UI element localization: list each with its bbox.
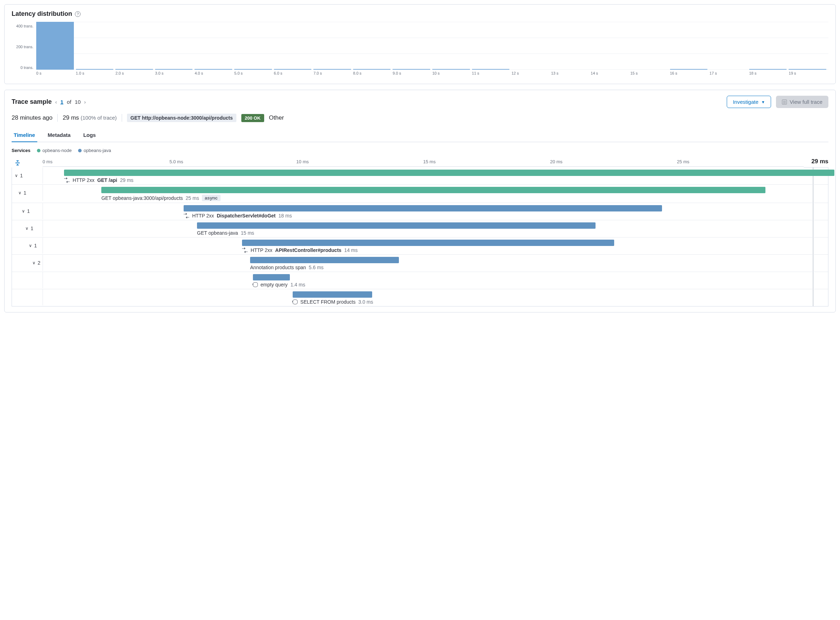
span-bar[interactable] xyxy=(242,239,614,246)
chart-bar[interactable] xyxy=(313,69,351,70)
span-gutter[interactable]: ∨1 xyxy=(12,185,43,201)
trace-pager: ‹ 1 of 10 › xyxy=(55,99,86,105)
legend-dot-icon xyxy=(78,149,82,152)
pager-current[interactable]: 1 xyxy=(60,99,63,105)
span-bar[interactable] xyxy=(64,170,834,176)
span-gutter[interactable]: ∨1 xyxy=(12,203,43,219)
span-bar[interactable] xyxy=(101,187,765,193)
span-track[interactable]: GET opbeans-java15 ms xyxy=(43,220,828,237)
chart-x-tick: 3.0 s xyxy=(155,71,195,78)
pager-sep: of xyxy=(67,99,71,105)
span-row[interactable]: ∨1HTTP 2xxAPIRestController#products14 m… xyxy=(12,238,828,255)
chart-bar[interactable] xyxy=(353,69,391,70)
chart-bar[interactable] xyxy=(789,69,826,70)
span-track[interactable]: HTTP 2xxAPIRestController#products14 ms xyxy=(43,238,828,254)
span-gutter[interactable] xyxy=(12,272,43,288)
investigate-button[interactable]: Investigate ▼ xyxy=(727,96,771,108)
span-row[interactable]: ∨1GET opbeans-java:3000/api/products25 m… xyxy=(12,185,828,203)
chevron-down-icon[interactable]: ∨ xyxy=(18,190,21,195)
chart-x-tick: 2.0 s xyxy=(116,71,155,78)
span-name: GET /api xyxy=(97,178,117,183)
span-bar[interactable] xyxy=(183,205,662,211)
chart-bar[interactable] xyxy=(155,69,193,70)
span-duration: 5.6 ms xyxy=(309,265,324,270)
span-track[interactable]: empty query1.4 ms xyxy=(43,272,828,289)
chevron-down-icon[interactable]: ∨ xyxy=(22,209,25,214)
span-track[interactable]: HTTP 2xxGET /api29 ms xyxy=(43,167,828,184)
span-track[interactable]: GET opbeans-java:3000/api/products25 msa… xyxy=(43,185,828,203)
timeline-ticks: 0 ms5.0 ms10 ms15 ms20 ms25 ms xyxy=(42,159,804,167)
chevron-down-icon[interactable]: ∨ xyxy=(32,260,36,265)
span-gutter[interactable]: ∨1 xyxy=(12,238,43,254)
span-bar[interactable] xyxy=(197,223,595,229)
span-name: GET opbeans-java:3000/api/products xyxy=(101,195,183,201)
span-track[interactable]: HTTP 2xxDispatcherServlet#doGet18 ms xyxy=(43,203,828,220)
span-row[interactable]: empty query1.4 ms xyxy=(12,272,828,289)
span-bar[interactable] xyxy=(250,257,399,263)
chart-plot: 0 s1.0 s2.0 s3.0 s4.0 s5.0 s6.0 s7.0 s8.… xyxy=(36,22,828,78)
chart-x-tick: 9.0 s xyxy=(392,71,432,78)
chart-x-tick: 7.0 s xyxy=(313,71,353,78)
chart-x-tick: 16 s xyxy=(670,71,710,78)
chart-bar[interactable] xyxy=(194,69,232,70)
span-row[interactable]: ∨1GET opbeans-java15 ms xyxy=(12,220,828,238)
chart-bars[interactable] xyxy=(36,22,828,70)
help-icon[interactable]: ? xyxy=(75,11,81,17)
span-row[interactable]: SELECT FROM products3.0 ms xyxy=(12,289,828,306)
latency-panel-title: Latency distribution ? xyxy=(12,10,828,18)
chart-bar[interactable] xyxy=(670,69,708,70)
span-track[interactable]: SELECT FROM products3.0 ms xyxy=(43,289,828,306)
trace-sample-title: Trace sample xyxy=(12,98,52,105)
span-child-count: 2 xyxy=(38,260,41,266)
tab-metadata[interactable]: Metadata xyxy=(46,128,73,142)
chart-x-axis: 0 s1.0 s2.0 s3.0 s4.0 s5.0 s6.0 s7.0 s8.… xyxy=(36,71,828,78)
timeline-tick: 15 ms xyxy=(423,159,550,164)
tab-logs[interactable]: Logs xyxy=(81,128,98,142)
timeline-tick: 20 ms xyxy=(550,159,677,164)
span-gutter[interactable]: ∨1 xyxy=(12,220,43,236)
chart-bar[interactable] xyxy=(36,22,74,70)
span-row[interactable]: ∨1HTTP 2xxDispatcherServlet#doGet18 ms xyxy=(12,203,828,220)
chart-bar[interactable] xyxy=(432,69,470,70)
span-gutter[interactable] xyxy=(12,289,43,305)
span-label: GET opbeans-java15 ms xyxy=(197,230,813,236)
chart-bar[interactable] xyxy=(749,69,787,70)
span-row[interactable]: ∨2Annotation products span5.6 ms xyxy=(12,255,828,272)
chevron-down-icon[interactable]: ∨ xyxy=(15,173,18,178)
chart-bar[interactable] xyxy=(274,69,312,70)
chart-x-tick: 11 s xyxy=(472,71,512,78)
chart-bar[interactable] xyxy=(234,69,272,70)
span-gutter[interactable]: ∨2 xyxy=(12,255,43,271)
request-response-icon xyxy=(64,178,70,182)
chart-x-tick: 19 s xyxy=(789,71,828,78)
span-child-count: 1 xyxy=(31,226,33,231)
span-child-count: 1 xyxy=(24,190,26,196)
pager-total: 10 xyxy=(75,99,81,105)
span-bar[interactable] xyxy=(293,291,373,298)
chart-bar[interactable] xyxy=(116,69,153,70)
chart-bar[interactable] xyxy=(392,69,430,70)
chevron-down-icon[interactable]: ∨ xyxy=(26,226,29,231)
span-gutter[interactable]: ∨1 xyxy=(12,167,43,184)
pager-next[interactable]: › xyxy=(84,99,86,105)
span-duration: 1.4 ms xyxy=(290,282,305,287)
pager-prev[interactable]: ‹ xyxy=(55,99,57,105)
collapse-all-icon[interactable] xyxy=(14,161,21,166)
span-track[interactable]: Annotation products span5.6 ms xyxy=(43,255,828,272)
legend-item[interactable]: opbeans-node xyxy=(37,148,72,153)
chart-x-tick: 10 s xyxy=(432,71,472,78)
tab-timeline[interactable]: Timeline xyxy=(12,128,37,142)
latency-title-text: Latency distribution xyxy=(12,10,72,18)
chart-bar[interactable] xyxy=(472,69,510,70)
span-name: GET opbeans-java xyxy=(197,230,238,236)
chart-bar[interactable] xyxy=(76,69,114,70)
legend-item[interactable]: opbeans-java xyxy=(78,148,111,153)
latency-distribution-panel: Latency distribution ? 400 trans.200 tra… xyxy=(4,4,836,84)
span-name: APIRestController#products xyxy=(275,247,341,253)
view-full-trace-button: View full trace xyxy=(776,96,828,108)
chevron-down-icon: ▼ xyxy=(761,100,765,104)
document-icon xyxy=(782,99,787,104)
chevron-down-icon[interactable]: ∨ xyxy=(29,243,32,248)
span-row[interactable]: ∨1HTTP 2xxGET /api29 ms xyxy=(12,167,828,185)
span-bar[interactable] xyxy=(253,274,290,280)
